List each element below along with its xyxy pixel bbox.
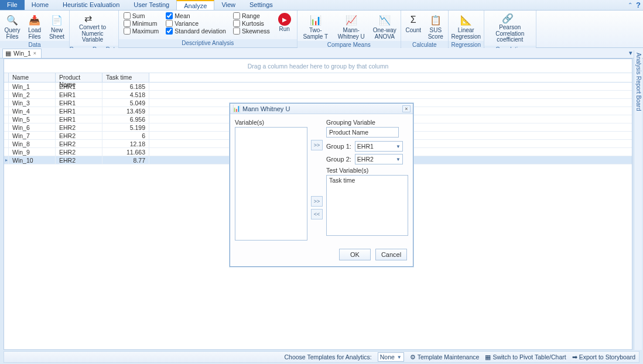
help-icon[interactable]: ? <box>636 1 641 9</box>
table-row[interactable]: Win_1EHR16.185 <box>4 83 632 91</box>
chk-mean[interactable]: Mean <box>166 12 226 19</box>
new-sheet-icon: 📄 <box>50 13 64 27</box>
export-icon: ➡ <box>572 353 577 360</box>
export-storyboard-button[interactable]: ➡Export to Storyboard <box>572 353 635 360</box>
run-button[interactable]: ▶Run <box>275 12 295 33</box>
document-tabs: ▦ Win_1 × ▾ × <box>0 48 643 59</box>
chk-stddev[interactable]: Standard deviation <box>166 28 226 35</box>
chk-skewness[interactable]: Skewness <box>233 28 270 35</box>
linear-regression-button[interactable]: 📐Linear Regression <box>451 12 481 40</box>
col-task-time[interactable]: Task time <box>102 73 149 82</box>
template-label: Choose Templates for Analytics: <box>284 353 371 360</box>
group1-combo[interactable]: EHR1▼ <box>355 141 403 152</box>
collapse-ribbon-icon[interactable]: ⌃ <box>628 2 632 8</box>
chevron-down-icon: ▼ <box>397 355 402 360</box>
chevron-down-icon: ▼ <box>396 157 401 162</box>
variables-label: Variable(s) <box>235 119 307 126</box>
dialog-titlebar[interactable]: 📊 Mann Whitney U × <box>230 104 413 114</box>
grid-header: Name Product Name Task time <box>4 73 632 83</box>
chk-sum[interactable]: Sum <box>124 12 159 19</box>
switch-pivot-button[interactable]: ▦Switch to Pivot Table/Chart <box>485 353 566 360</box>
template-maintenance-button[interactable]: ⚙Template Maintenance <box>410 353 480 360</box>
status-bar: Choose Templates for Analytics: None▼ ⚙T… <box>4 351 639 363</box>
run-icon: ▶ <box>278 13 291 26</box>
menu-home[interactable]: Home <box>25 0 56 10</box>
chk-maximum[interactable]: Maximum <box>124 28 159 35</box>
group-by-hint[interactable]: Drag a column header here to group by th… <box>4 59 632 73</box>
anova-button[interactable]: 📉One-way ANOVA <box>371 12 398 40</box>
variables-listbox[interactable] <box>235 127 307 241</box>
sus-score-button[interactable]: 📋SUS Score <box>426 12 446 40</box>
table-row[interactable]: Win_2EHR14.518 <box>4 91 632 99</box>
query-files-icon: 🔍 <box>5 13 19 27</box>
grouping-variable-field[interactable]: Product Name <box>326 127 399 138</box>
convert-numeric-button[interactable]: ⇄Convert to Numeric Variable <box>72 12 113 44</box>
chk-minimum[interactable]: Minimum <box>124 20 159 27</box>
dialog-title-text: Mann Whitney U <box>242 105 290 112</box>
chk-variance[interactable]: Variance <box>166 20 226 27</box>
menu-settings[interactable]: Settings <box>242 0 280 10</box>
sheet-icon: ▦ <box>5 50 11 57</box>
count-button[interactable]: ΣCount <box>403 12 423 34</box>
chevron-down-icon: ▼ <box>396 144 401 149</box>
template-combo[interactable]: None▼ <box>378 352 404 362</box>
group1-label: Group 1: <box>326 143 351 150</box>
analysis-report-board-tab[interactable]: Analysis Report Board <box>634 50 642 350</box>
menu-user-testing[interactable]: User Testing <box>126 0 176 10</box>
correlation-icon: 🔗 <box>502 13 518 25</box>
new-sheet-button[interactable]: 📄New Sheet <box>47 12 67 40</box>
chk-kurtosis[interactable]: Kurtosis <box>233 20 270 27</box>
move-back-button[interactable]: << <box>311 209 323 219</box>
anova-icon: 📉 <box>378 13 392 27</box>
ribbon: 🔍Query Files 📥Load Files 📄New Sheet Data… <box>0 11 643 48</box>
menu-heuristic[interactable]: Heuristic Evaluation <box>56 0 126 10</box>
two-sample-t-button[interactable]: 📊Two-Sample T <box>300 12 331 40</box>
sus-icon: 📋 <box>429 13 443 27</box>
gear-icon: ⚙ <box>410 353 416 360</box>
ribbon-group-descriptive: Descriptive Analysis <box>119 39 297 47</box>
menu-bar: File Home Heuristic Evaluation User Test… <box>0 0 643 11</box>
doc-tab-label: Win_1 <box>13 50 31 57</box>
mann-whitney-dialog: 📊 Mann Whitney U × Variable(s) >> >> << … <box>230 103 413 267</box>
grouping-variable-label: Grouping Variable <box>326 119 408 126</box>
dropdown-icon[interactable]: ▾ <box>629 49 632 57</box>
count-icon: Σ <box>406 13 420 27</box>
doc-tab-win1[interactable]: ▦ Win_1 × <box>2 49 42 58</box>
pivot-icon: ▦ <box>485 353 491 360</box>
pearson-button[interactable]: 🔗Pearson Correlation coefficient <box>487 12 533 44</box>
move-to-grouping-button[interactable]: >> <box>311 140 323 150</box>
test-variables-label: Test Variable(s) <box>326 167 408 174</box>
mann-whitney-button[interactable]: 📈Mann-Whitney U <box>334 12 369 40</box>
col-name[interactable]: Name <box>9 73 56 82</box>
dialog-close-button[interactable]: × <box>402 105 411 112</box>
group2-label: Group 2: <box>326 156 351 163</box>
col-product-name[interactable]: Product Name <box>56 73 102 82</box>
close-tab-icon[interactable]: × <box>33 50 36 56</box>
ok-button[interactable]: OK <box>339 249 371 260</box>
cancel-button[interactable]: Cancel <box>375 249 407 260</box>
chk-range[interactable]: Range <box>233 12 270 19</box>
menu-analyze[interactable]: Analyze <box>176 0 214 10</box>
menu-file[interactable]: File <box>0 0 25 10</box>
dialog-icon: 📊 <box>232 105 241 112</box>
move-to-test-button[interactable]: >> <box>311 196 323 207</box>
convert-icon: ⇄ <box>84 13 101 25</box>
query-files-button[interactable]: 🔍Query Files <box>2 12 22 40</box>
regression-icon: 📐 <box>459 13 473 27</box>
ttest-icon: 📊 <box>309 13 323 27</box>
mannwhitney-icon: 📈 <box>344 13 358 27</box>
test-variables-listbox[interactable]: Task time <box>326 175 408 236</box>
menu-view[interactable]: View <box>214 0 242 10</box>
load-files-icon: 📥 <box>28 13 42 27</box>
load-files-button[interactable]: 📥Load Files <box>25 12 45 40</box>
group2-combo[interactable]: EHR2▼ <box>355 154 403 164</box>
